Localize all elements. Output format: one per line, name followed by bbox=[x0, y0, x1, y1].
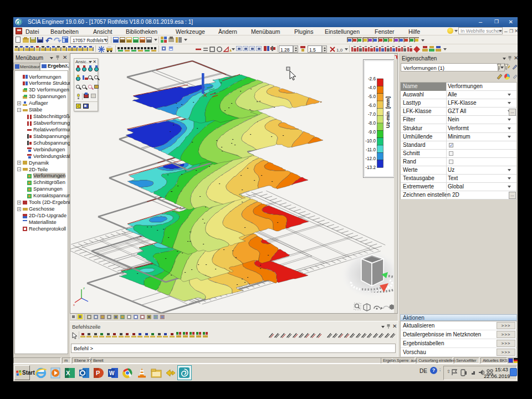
svg-text:x: x bbox=[73, 303, 75, 306]
svg-text:X: X bbox=[66, 370, 70, 376]
svg-text:-8.0: -8.0 bbox=[368, 121, 376, 126]
svg-text:-4.0: -4.0 bbox=[368, 85, 376, 90]
svg-text:-12.0: -12.0 bbox=[365, 156, 376, 161]
svg-text:-11.0: -11.0 bbox=[366, 147, 376, 152]
svg-text:Uz-min [mm]: Uz-min [mm] bbox=[385, 96, 391, 128]
svg-text:W: W bbox=[109, 370, 115, 376]
svg-text:-10.0: -10.0 bbox=[365, 139, 376, 144]
svg-text:-13.2: -13.2 bbox=[365, 165, 376, 170]
svg-text:-9.0: -9.0 bbox=[368, 130, 376, 135]
svg-text:-2.6: -2.6 bbox=[368, 76, 376, 81]
svg-text:1,0: 1,0 bbox=[336, 48, 343, 53]
svg-text:-6.0: -6.0 bbox=[368, 103, 376, 108]
svg-text:z: z bbox=[83, 287, 85, 290]
svg-text:P: P bbox=[96, 370, 100, 376]
svg-text:-7.0: -7.0 bbox=[368, 112, 376, 117]
svg-text:-5.0: -5.0 bbox=[368, 94, 376, 99]
